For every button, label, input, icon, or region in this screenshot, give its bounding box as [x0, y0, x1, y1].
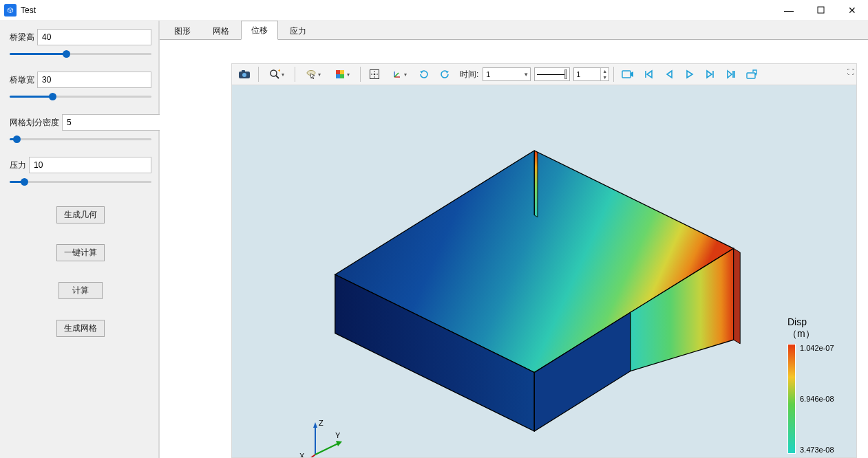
one-click-calc-button[interactable]: 一键计算 — [56, 244, 105, 261]
frame-spin[interactable]: 1 ▲▼ — [573, 67, 609, 81]
svg-line-5 — [276, 76, 279, 78]
svg-line-38 — [315, 443, 339, 455]
svg-rect-10 — [336, 74, 340, 78]
svg-marker-33 — [734, 248, 740, 344]
legend-value-0: 1.042e-07 — [800, 344, 834, 352]
palette-icon[interactable] — [328, 65, 356, 83]
input-bridge-height[interactable] — [37, 29, 151, 45]
content-area: 图形 网格 位移 应力 ✦ — [160, 21, 868, 458]
svg-point-13 — [374, 74, 376, 76]
app-icon — [4, 4, 17, 17]
input-pier-width[interactable] — [37, 72, 151, 88]
svg-text:X: X — [299, 452, 305, 458]
svg-point-3 — [242, 73, 246, 77]
slider-bridge-height[interactable] — [10, 50, 151, 58]
label-mesh-density: 网格划分密度 — [10, 117, 59, 129]
sidebar-panel: 桥梁高 桥墩宽 网格划分密度 压力 生成几何 一键计算 — [0, 21, 160, 458]
minimize-button[interactable]: — — [773, 0, 805, 20]
prev-frame-icon[interactable] — [659, 65, 679, 83]
timeline-slider[interactable] — [534, 67, 570, 81]
model-render — [232, 85, 856, 457]
svg-rect-0 — [818, 7, 824, 13]
slider-mesh-density[interactable] — [10, 135, 151, 143]
export-anim-icon[interactable] — [742, 65, 761, 83]
svg-marker-15 — [446, 71, 449, 74]
svg-marker-20 — [667, 71, 672, 78]
viz-toolbar: ✦ — [231, 63, 857, 85]
legend-title-2: （m） — [787, 328, 815, 339]
rotate-cw-icon[interactable] — [435, 65, 454, 83]
input-pressure[interactable] — [29, 157, 151, 173]
svg-marker-24 — [728, 71, 732, 78]
svg-rect-27 — [747, 73, 755, 78]
field-mesh-density: 网格划分密度 — [10, 114, 151, 131]
svg-marker-21 — [687, 71, 692, 78]
fit-view-icon[interactable] — [365, 65, 384, 83]
tab-mesh[interactable]: 网格 — [202, 21, 240, 40]
svg-point-4 — [271, 70, 277, 76]
input-mesh-density[interactable] — [62, 114, 175, 131]
first-frame-icon[interactable] — [639, 65, 658, 83]
svg-rect-2 — [242, 70, 245, 72]
calc-button[interactable]: 计算 — [59, 282, 103, 299]
titlebar: Test — ✕ — [0, 0, 868, 21]
tab-displacement[interactable]: 位移 — [241, 21, 278, 40]
svg-marker-14 — [420, 71, 423, 74]
tab-panel-displacement: ✦ — [160, 40, 868, 458]
legend-value-2: 3.473e-08 — [800, 446, 834, 454]
play-icon[interactable] — [680, 65, 699, 83]
svg-rect-8 — [336, 70, 340, 74]
tab-graphics[interactable]: 图形 — [164, 21, 201, 40]
svg-marker-22 — [707, 71, 712, 78]
zoom-icon[interactable]: ✦ — [263, 65, 290, 83]
gen-geometry-button[interactable]: 生成几何 — [56, 206, 105, 223]
tab-stress[interactable]: 应力 — [279, 21, 317, 40]
svg-marker-37 — [313, 422, 317, 428]
svg-text:Y: Y — [335, 431, 341, 439]
orient-axes-icon[interactable] — [385, 65, 413, 83]
slider-pier-width[interactable] — [10, 92, 151, 100]
slider-pressure[interactable] — [10, 177, 151, 186]
field-pressure: 压力 — [10, 157, 151, 173]
close-button[interactable]: ✕ — [836, 0, 868, 20]
label-pier-width: 桥墩宽 — [10, 74, 34, 86]
gen-mesh-button[interactable]: 生成网格 — [56, 320, 105, 337]
viz-scene[interactable]: Z Y X Disp （m） 1.042e-07 6.946e-08 — [231, 85, 857, 458]
frame-spin-up[interactable]: ▲ — [601, 68, 608, 74]
camera-icon[interactable] — [235, 65, 254, 83]
svg-rect-16 — [622, 71, 631, 78]
maximize-button[interactable] — [805, 0, 836, 20]
legend-value-1: 6.946e-08 — [800, 395, 834, 403]
toolbar-expand-icon[interactable]: ⛶ — [847, 68, 855, 76]
field-bridge-height: 桥梁高 — [10, 29, 151, 45]
axis-triad: Z Y X — [298, 405, 360, 458]
svg-text:Z: Z — [319, 419, 324, 427]
select-icon[interactable] — [299, 65, 327, 83]
time-label: 时间: — [460, 69, 478, 80]
legend-colorbar — [787, 344, 796, 454]
rotate-ccw-icon[interactable] — [414, 65, 434, 83]
next-frame-icon[interactable] — [701, 65, 720, 83]
svg-line-40 — [304, 455, 315, 458]
time-combo[interactable]: 1▼ — [483, 67, 531, 81]
label-bridge-height: 桥梁高 — [10, 32, 34, 43]
svg-rect-9 — [340, 70, 344, 74]
tab-bar: 图形 网格 位移 应力 — [160, 21, 868, 40]
svg-marker-19 — [647, 71, 652, 78]
label-pressure: 压力 — [10, 160, 26, 171]
svg-text:✦: ✦ — [277, 69, 280, 73]
frame-spin-down[interactable]: ▼ — [601, 74, 608, 80]
svg-rect-11 — [340, 74, 344, 78]
field-pier-width: 桥墩宽 — [10, 72, 151, 88]
window-title: Test — [21, 6, 36, 15]
legend-title-1: Disp — [787, 316, 807, 327]
record-icon[interactable] — [618, 65, 637, 83]
color-legend: Disp （m） 1.042e-07 6.946e-08 3.473e-08 — [787, 316, 849, 454]
svg-marker-34 — [534, 151, 538, 217]
last-frame-icon[interactable] — [721, 65, 741, 83]
